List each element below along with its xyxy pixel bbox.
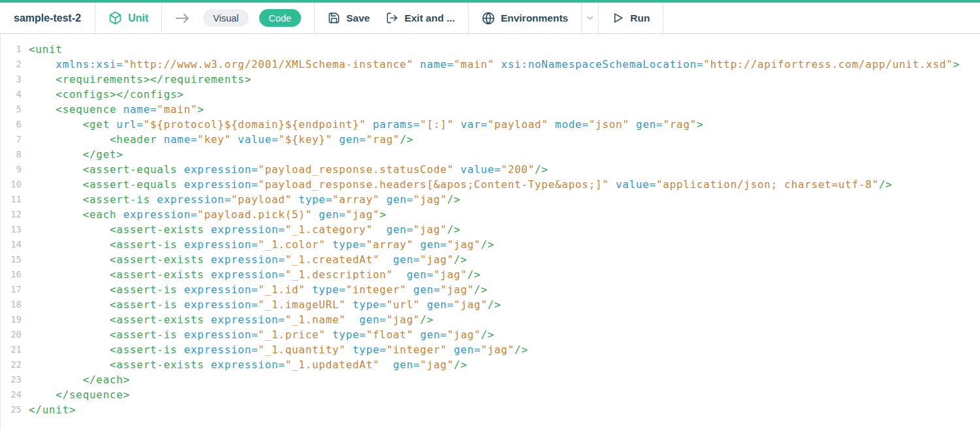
code-line-text: <unit — [22, 42, 63, 57]
code-line-text: <assert-is expression="_1.quantity" type… — [22, 342, 528, 357]
toolbar: sample-test-2 Unit Visual Code — [0, 3, 980, 34]
code-line[interactable]: 14 <assert-is expression="_1.color" type… — [1, 237, 980, 252]
save-icon — [328, 12, 340, 24]
code-line-text: <assert-is expression="payload" type="ar… — [22, 192, 460, 207]
code-line-text: <header name="key" value="${key}" gen="r… — [22, 132, 413, 147]
code-line-text: </get> — [22, 147, 123, 162]
globe-icon — [482, 12, 495, 25]
line-number: 12 — [1, 207, 22, 222]
test-title: sample-test-2 — [0, 3, 95, 33]
save-exit-section: Save Exit and ... — [315, 3, 469, 33]
code-editor[interactable]: 1<unit2 xmlns:xsi="http://www.w3.org/200… — [0, 34, 980, 430]
code-line-text: <assert-exists expression="_1.descriptio… — [22, 267, 481, 282]
environments-section: Environments — [469, 3, 582, 33]
code-line-text: </unit> — [22, 402, 76, 417]
exit-button[interactable]: Exit and ... — [386, 12, 455, 24]
line-number: 17 — [1, 282, 22, 297]
code-line-text: <assert-exists expression="_1.createdAt"… — [22, 252, 467, 267]
line-number: 24 — [1, 387, 22, 402]
code-line[interactable]: 3 <requirements></requirements> — [1, 72, 980, 87]
line-number: 19 — [1, 312, 22, 327]
code-line[interactable]: 18 <assert-is expression="_1.imageURL" t… — [1, 297, 980, 312]
line-number: 13 — [1, 222, 22, 237]
line-number: 15 — [1, 252, 22, 267]
exit-icon — [386, 12, 398, 24]
line-number: 3 — [1, 72, 22, 87]
code-line-text: <assert-is expression="_1.price" type="f… — [22, 327, 494, 342]
code-line-text: <assert-equals expression="payload_respo… — [22, 177, 893, 192]
code-line-text: <assert-equals expression="payload_respo… — [22, 162, 548, 177]
save-label: Save — [346, 12, 370, 24]
code-line[interactable]: 11 <assert-is expression="payload" type=… — [1, 192, 980, 207]
line-number: 4 — [1, 87, 22, 102]
code-area: 1<unit2 xmlns:xsi="http://www.w3.org/200… — [1, 42, 980, 417]
unit-label[interactable]: Unit — [128, 12, 148, 24]
toolbar-spacer — [663, 3, 980, 33]
visual-toggle-button[interactable]: Visual — [203, 9, 248, 27]
unit-section: Unit — [95, 3, 162, 33]
line-number: 11 — [1, 192, 22, 207]
environments-label: Environments — [501, 12, 568, 24]
code-line[interactable]: 9 <assert-equals expression="payload_res… — [1, 162, 980, 177]
line-number: 16 — [1, 267, 22, 282]
code-line[interactable]: 5 <sequence name="main"> — [1, 102, 980, 117]
line-number: 22 — [1, 357, 22, 372]
code-line-text: <configs></configs> — [22, 87, 184, 102]
line-number: 21 — [1, 342, 22, 357]
code-line[interactable]: 17 <assert-is expression="_1.id" type="i… — [1, 282, 980, 297]
code-line[interactable]: 10 <assert-equals expression="payload_re… — [1, 177, 980, 192]
code-line-text: </each> — [22, 372, 130, 387]
code-toggle-button[interactable]: Code — [259, 9, 302, 27]
code-line[interactable]: 13 <assert-exists expression="_1.categor… — [1, 222, 980, 237]
code-line[interactable]: 16 <assert-exists expression="_1.descrip… — [1, 267, 980, 282]
line-number: 25 — [1, 402, 22, 417]
code-line[interactable]: 1<unit — [1, 42, 980, 57]
line-number: 6 — [1, 117, 22, 132]
line-number: 10 — [1, 177, 22, 192]
code-line[interactable]: 15 <assert-exists expression="_1.created… — [1, 252, 980, 267]
line-number: 18 — [1, 297, 22, 312]
code-line[interactable]: 8 </get> — [1, 147, 980, 162]
code-line[interactable]: 25</unit> — [1, 402, 980, 417]
line-number: 8 — [1, 147, 22, 162]
code-line-text: <sequence name="main"> — [22, 102, 204, 117]
line-number: 2 — [1, 57, 22, 72]
code-line-text: <assert-exists expression="_1.category" … — [22, 222, 460, 237]
line-number: 5 — [1, 102, 22, 117]
code-line[interactable]: 4 <configs></configs> — [1, 87, 980, 102]
line-number: 23 — [1, 372, 22, 387]
code-line-text: <assert-is expression="_1.imageURL" type… — [22, 297, 501, 312]
code-line[interactable]: 24 </sequence> — [1, 387, 980, 402]
code-line-text: xmlns:xsi="http://www.w3.org/2001/XMLSch… — [22, 57, 960, 72]
run-button[interactable]: Run — [612, 12, 650, 24]
line-number: 7 — [1, 132, 22, 147]
code-line-text: <assert-exists expression="_1.name" gen=… — [22, 312, 434, 327]
code-line-text: <requirements></requirements> — [22, 72, 251, 87]
code-line[interactable]: 22 <assert-exists expression="_1.updated… — [1, 357, 980, 372]
code-line[interactable]: 21 <assert-is expression="_1.quantity" t… — [1, 342, 980, 357]
code-line[interactable]: 12 <each expression="payload.pick(5)" ge… — [1, 207, 980, 222]
play-icon — [612, 12, 624, 24]
code-line[interactable]: 6 <get url="${protocol}${domain}${endpoi… — [1, 117, 980, 132]
code-line[interactable]: 20 <assert-is expression="_1.price" type… — [1, 327, 980, 342]
chevron-down-icon — [585, 13, 595, 23]
view-toggle-section: Visual Code — [162, 3, 315, 33]
code-line-text: <get url="${protocol}${domain}${endpoint… — [22, 117, 703, 132]
run-section: Run — [599, 3, 663, 33]
code-line[interactable]: 2 xmlns:xsi="http://www.w3.org/2001/XMLS… — [1, 57, 980, 72]
code-line-text: <assert-is expression="_1.color" type="a… — [22, 237, 494, 252]
line-number: 1 — [1, 42, 22, 57]
environments-dropdown-toggle[interactable] — [582, 3, 599, 33]
code-line-text: <assert-is expression="_1.id" type="inte… — [22, 282, 488, 297]
run-label: Run — [630, 12, 650, 24]
environments-button[interactable]: Environments — [482, 12, 568, 25]
line-number: 20 — [1, 327, 22, 342]
code-line[interactable]: 19 <assert-exists expression="_1.name" g… — [1, 312, 980, 327]
code-line[interactable]: 23 </each> — [1, 372, 980, 387]
exit-label: Exit and ... — [404, 12, 455, 24]
save-button[interactable]: Save — [328, 12, 370, 24]
code-line-text: </sequence> — [22, 387, 130, 402]
line-number: 9 — [1, 162, 22, 177]
code-line[interactable]: 7 <header name="key" value="${key}" gen=… — [1, 132, 980, 147]
arrow-right-icon — [175, 13, 191, 24]
